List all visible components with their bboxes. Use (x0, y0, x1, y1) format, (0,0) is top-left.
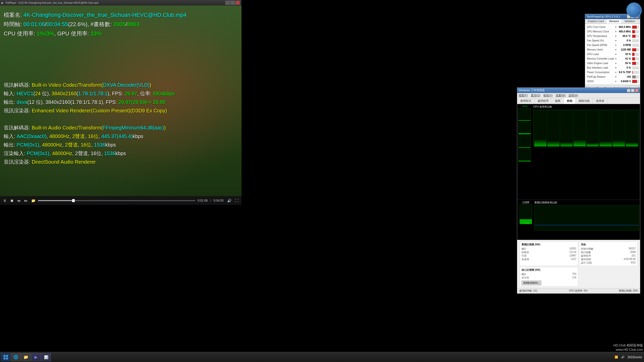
system-stats: 系統 控制代碼數 58157 執行緒數 2698 處理程序 151 運作時間 0… (579, 242, 637, 266)
svg-rect-5 (6, 355, 8, 357)
cpu-mini-graph-0 (518, 108, 531, 121)
sensor-arrow-1: ▼ (614, 26, 618, 28)
taskman-tab-users[interactable]: 使用者 (593, 98, 608, 104)
taskman-minimize[interactable]: ─ (627, 89, 630, 92)
phys-mem-total-label: 總計 (521, 247, 527, 251)
cpu-graph-title: CPU 使用率記錄 (533, 105, 639, 109)
taskbar-taskman[interactable]: 📊 (41, 353, 51, 361)
taskman-menu-help[interactable]: 說明(H) (569, 94, 578, 97)
phys-mem-total-value: 16281 (569, 247, 576, 251)
mem-history-graph (534, 205, 639, 231)
taskman-menu-options[interactable]: 選項(O) (531, 94, 540, 97)
cpu-mini-label: CPU0 (518, 105, 531, 107)
start-button[interactable] (1, 353, 11, 361)
cpu-history-panel: CPU 使用率記錄 (532, 104, 640, 200)
progress-bar[interactable] (38, 200, 195, 201)
phys-mem-avail-label: 快取的 (521, 251, 529, 254)
osd-cpu-value: 1%/3% (37, 30, 54, 37)
fullscreen-btn[interactable]: ⛶ (234, 198, 239, 203)
cpu-cell-6 (599, 110, 612, 147)
volume-btn[interactable]: 🔊 (226, 198, 232, 203)
mem-history-title: 實體記憶體使用記錄 (534, 201, 639, 204)
kernel-total-label: 總計 (521, 273, 527, 276)
taskman-tab-network[interactable]: 網路功能 (576, 98, 593, 104)
sensor-value-gpu-mem-clock: 405.0 MHz (618, 30, 632, 33)
resource-monitor-btn[interactable]: 資源監視器(R)... (521, 281, 541, 285)
cpu-cell-7 (613, 110, 625, 147)
gpuz-tab-sensors[interactable]: Sensors (607, 19, 622, 24)
phys-mem-avail-value: 11116 (569, 251, 576, 254)
taskman-tab-services[interactable]: 服務 (552, 98, 564, 104)
taskman-mem-usage: 實體記憶體: 25% (619, 289, 638, 293)
osd-time-current: 00:01:06 (23, 21, 45, 27)
mem-label: 記憶體 (522, 201, 529, 204)
sensor-row-power: Power Consumption ▼ 9.0 % TDP (586, 70, 639, 75)
ie-icon: 🌐 (13, 355, 18, 360)
sys-uptime-label: 運作時間 (581, 258, 591, 261)
taskman-menu-view[interactable]: 檢視(V) (543, 94, 553, 97)
sensor-row-fan-rpm: Fan Speed (RPM) ▼ 0 RPM (586, 43, 639, 48)
kernel-free-label: 未分頁 (521, 276, 529, 280)
sys-threads-value: 2698 (630, 251, 636, 254)
progress-thumb (72, 199, 75, 202)
cpu-cell-2 (547, 110, 560, 147)
svg-rect-7 (6, 357, 8, 359)
sensor-row-gpu-core-clock: GPU Core Clock ▼ 683.4 MHz (586, 25, 639, 29)
gpuz-tab-graphics[interactable]: Graphics Card (585, 19, 607, 24)
kernel-free-row: 未分頁 118 (521, 276, 576, 280)
cpu-mini-graph-2 (518, 135, 531, 148)
windows-icon (3, 355, 8, 360)
taskman-menu-windows[interactable]: 視窗(W) (556, 94, 566, 97)
taskman-title: Windows 工作管理員 (519, 88, 545, 92)
phys-mem-cached-label: 可用 (521, 254, 527, 258)
watermark: HD.Club 精研延伸版 www.HD.Club.com (613, 343, 643, 351)
phys-mem-free-label: 未使用 (521, 258, 529, 261)
close-btn[interactable]: ✕ (235, 1, 240, 5)
prev-btn[interactable]: ⏮ (16, 198, 22, 203)
video-area: 檔案名: 4K-Changhong-Discover_the_true_Sich… (0, 6, 242, 202)
sys-handles-row: 控制代碼數 58157 (581, 247, 636, 251)
taskman-maximize[interactable]: □ (631, 89, 634, 92)
minimize-btn[interactable]: ─ (225, 1, 230, 5)
kernel-free-value: 118 (572, 276, 576, 280)
sensor-row-fan-pct: Fan Speed (%) ▼ 0 % (586, 38, 639, 43)
time-current: 0:01:06 (198, 199, 208, 202)
taskman-tab-processes[interactable]: 處理程序 (535, 98, 552, 104)
taskman-tab-apps[interactable]: 應用程式 (517, 98, 535, 104)
play-pause-btn[interactable]: ⏸ (2, 198, 8, 203)
taskman-tab-performance[interactable]: 效能 (564, 98, 576, 104)
time-separator: / (210, 199, 211, 202)
phys-mem-cached-value: 13987 (569, 254, 576, 258)
osd-filename-value: 4K-Changhong-Discover_the_true_Sichuan-H… (23, 12, 186, 18)
taskbar-ie[interactable]: 🌐 (11, 353, 21, 361)
osd-overlay: 檔案名: 4K-Changhong-Discover_the_true_Sich… (4, 11, 187, 39)
stop-btn[interactable]: ⏹ (9, 198, 15, 203)
maximize-btn[interactable]: □ (230, 1, 235, 5)
sensor-bar-fill-1 (632, 26, 637, 29)
taskman-menu-file[interactable]: 檔案(F) (519, 94, 528, 97)
tray-network: 📶 (614, 355, 619, 359)
mem-gauge: 4.00 GB (519, 204, 532, 224)
sensor-row-video-engine: Video Engine Load ▼ 55 % (586, 61, 639, 66)
player-controls: ⏸ ⏹ ⏮ ⏭ 📁 0:01:06 / 0:04:55 🔊 ⛶ (0, 196, 242, 205)
potplayer-titlebar: ▶ PotPlayer - [1/2] 4K-Changhong-Discove… (0, 0, 242, 6)
taskman-window-controls: ─ □ ✕ (627, 89, 638, 92)
kernel-stats: 核心記憶體 (MB) 總計 754 未分頁 118 資源監視器(R)... (520, 267, 578, 287)
cpu-cell-5 (586, 110, 599, 147)
phys-mem-title: 實體記憶體 (MB) (521, 243, 576, 246)
taskman-tabs: 應用程式 處理程序 服務 效能 網路功能 使用者 (517, 98, 640, 104)
next-btn[interactable]: ⏭ (23, 198, 29, 203)
osd-frame-current: 2005 (113, 21, 126, 27)
cpu-cell-3 (560, 110, 573, 147)
taskman-titlebar: Windows 工作管理員 ─ □ ✕ (517, 88, 640, 93)
cpu-cell-1 (534, 110, 547, 147)
taskbar-explorer[interactable]: 📁 (21, 353, 31, 361)
taskbar-potplayer[interactable]: ▶ (31, 353, 41, 361)
sys-commit-row: 認可 (GB) 9/31 (581, 261, 636, 265)
taskman-cpu-usage: CPU 使用率: 5% (569, 289, 587, 293)
progress-fill (38, 200, 73, 201)
taskman-close[interactable]: ✕ (635, 89, 638, 92)
open-btn[interactable]: 📁 (30, 198, 36, 203)
resource-monitor-btn-container: 資源監視器(R)... (521, 281, 576, 285)
potplayer-icon: ▶ (33, 355, 38, 360)
